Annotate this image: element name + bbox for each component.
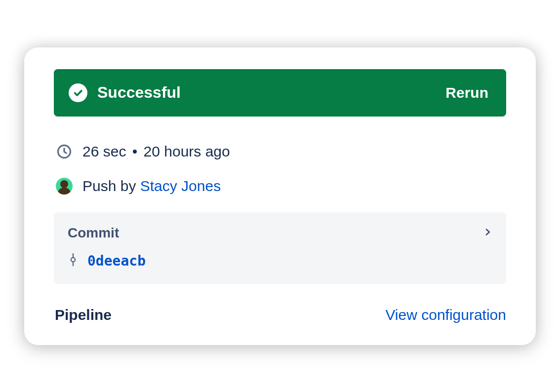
- pipeline-title: Pipeline: [55, 307, 112, 323]
- rerun-button[interactable]: Rerun: [445, 84, 488, 101]
- avatar: [56, 178, 73, 195]
- clock-icon: [56, 143, 73, 160]
- commit-title: Commit: [68, 225, 119, 241]
- commit-hash-link[interactable]: 0deeacb: [87, 253, 146, 269]
- bullet-separator: •: [126, 143, 143, 159]
- pipeline-card: Successful Rerun 26 sec • 20 hours ago: [24, 47, 536, 345]
- timeago: 20 hours ago: [144, 143, 230, 159]
- view-configuration-link[interactable]: View configuration: [385, 307, 506, 323]
- status-banner: Successful Rerun: [54, 69, 506, 117]
- event-text: Push by Stacy Jones: [82, 178, 221, 195]
- author-link[interactable]: Stacy Jones: [140, 178, 221, 194]
- duration: 26 sec: [82, 143, 126, 159]
- pipeline-row: Pipeline View configuration: [54, 284, 506, 323]
- card-inner: Successful Rerun 26 sec • 20 hours ago: [24, 69, 536, 323]
- commit-node-icon: [70, 253, 77, 268]
- success-check-icon: [69, 83, 87, 102]
- timing-text: 26 sec • 20 hours ago: [82, 143, 230, 160]
- meta-section: 26 sec • 20 hours ago Push by Stacy Jone…: [54, 117, 506, 195]
- commit-header: Commit: [68, 225, 492, 241]
- status-left: Successful: [69, 83, 181, 102]
- author-row: Push by Stacy Jones: [56, 178, 506, 195]
- commit-box[interactable]: Commit 0deeacb: [54, 212, 506, 284]
- timing-row: 26 sec • 20 hours ago: [56, 143, 506, 160]
- chevron-right-icon: [483, 228, 492, 238]
- svg-point-2: [71, 258, 75, 262]
- commit-row: 0deeacb: [68, 253, 492, 269]
- event-prefix: Push by: [82, 178, 136, 194]
- status-label: Successful: [97, 83, 181, 102]
